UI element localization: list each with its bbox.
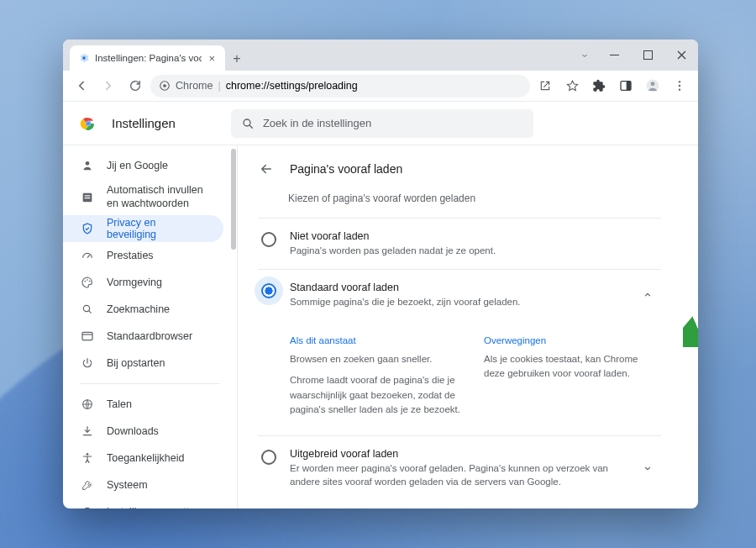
radio-button[interactable]: [261, 232, 276, 247]
new-tab-button[interactable]: +: [225, 47, 249, 71]
sidebar-label: Prestaties: [107, 250, 154, 261]
extensions-puzzle-icon[interactable]: [587, 74, 611, 97]
download-icon: [80, 424, 95, 438]
sidebar-item-performance[interactable]: Prestaties: [63, 242, 223, 269]
preload-option-none[interactable]: Niet vooraf laden Pagina's worden pas ge…: [258, 218, 661, 269]
option-desc: Er worden meer pagina's vooraf geladen. …: [290, 461, 624, 488]
back-button[interactable]: [70, 74, 93, 97]
page-title: Pagina's vooraf laden: [290, 162, 402, 176]
svg-rect-1: [610, 55, 619, 55]
preload-option-standard[interactable]: Standaard vooraf laden Sommige pagina's …: [258, 269, 661, 435]
sidebar-item-system[interactable]: Systeem: [63, 472, 223, 498]
annotation-arrow-icon: [683, 297, 698, 347]
svg-point-4: [163, 84, 166, 87]
sidebar-item-reset[interactable]: Instellingen resetten: [63, 498, 223, 508]
forward-button[interactable]: [97, 74, 120, 97]
option-desc: Pagina's worden pas geladen nadat je ze …: [290, 244, 658, 257]
settings-body: Jij en Google Automatisch invullen en wa…: [63, 145, 698, 508]
menu-dots-icon[interactable]: [668, 74, 691, 97]
svg-point-10: [679, 85, 680, 87]
detail-text: Chrome laadt vooraf de pagina's die je w…: [290, 373, 464, 417]
svg-rect-6: [627, 82, 631, 91]
sidebar-label: Systeem: [107, 479, 148, 491]
sidebar-item-search-engine[interactable]: Zoekmachine: [63, 296, 223, 323]
svg-line-27: [691, 302, 698, 339]
svg-point-9: [679, 81, 680, 82]
back-arrow-button[interactable]: [258, 161, 275, 177]
toolbar-icons: [533, 74, 691, 97]
reset-icon: [80, 505, 95, 508]
shield-icon: [80, 222, 95, 235]
titlebar: Instellingen: Pagina's vooraf lad… × +: [63, 40, 698, 71]
address-path: chrome://settings/preloading: [226, 80, 358, 92]
minimize-button[interactable]: [597, 43, 631, 68]
option-details: Als dit aanstaat Browsen en zoeken gaan …: [290, 335, 658, 424]
svg-rect-24: [82, 333, 92, 340]
address-bar: Chrome | chrome://settings/preloading: [63, 71, 698, 102]
svg-point-20: [85, 281, 87, 282]
detail-text: Als je cookies toestaat, kan Chrome deze…: [484, 352, 658, 382]
sidebar-item-languages[interactable]: Talen: [63, 391, 223, 418]
search-icon: [241, 117, 255, 130]
option-title: Uitgebreid vooraf laden: [290, 448, 624, 460]
sidebar-item-autofill[interactable]: Automatisch invullen en wachtwoorden: [63, 179, 223, 215]
sidebar-item-default-browser[interactable]: Standaardbrowser: [63, 323, 223, 350]
sidebar-label: Instellingen resetten: [107, 506, 201, 508]
svg-point-11: [679, 88, 680, 90]
profile-avatar-icon[interactable]: [641, 74, 664, 97]
autofill-icon: [80, 191, 95, 204]
sidebar-item-appearance[interactable]: Vormgeving: [63, 269, 223, 296]
settings-main: Pagina's vooraf laden Kiezen of pagina's…: [238, 145, 698, 508]
chrome-logo-icon: [80, 115, 97, 132]
svg-point-16: [86, 161, 90, 166]
close-tab-icon[interactable]: ×: [207, 52, 217, 65]
collapse-icon[interactable]: [638, 285, 658, 305]
sidebar-item-on-startup[interactable]: Bij opstarten: [63, 350, 223, 377]
detail-heading: Overwegingen: [484, 335, 658, 345]
share-icon[interactable]: [533, 74, 557, 97]
browser-tab[interactable]: Instellingen: Pagina's vooraf lad… ×: [70, 45, 225, 71]
sidebar-scrollbar[interactable]: [231, 149, 236, 250]
sidebar-item-accessibility[interactable]: Toegankelijkheid: [63, 445, 223, 472]
sidebar-item-privacy[interactable]: Privacy en beveiliging: [63, 215, 223, 242]
settings-search-input[interactable]: Zoek in de instellingen: [231, 109, 533, 138]
sidebar-item-downloads[interactable]: Downloads: [63, 418, 223, 445]
page-subtitle: Kiezen of pagina's vooraf worden geladen: [288, 192, 661, 204]
person-icon: [80, 159, 95, 172]
svg-rect-19: [85, 198, 91, 198]
address-field[interactable]: Chrome | chrome://settings/preloading: [150, 75, 530, 97]
side-panel-icon[interactable]: [614, 74, 638, 97]
radio-button[interactable]: [261, 283, 276, 298]
detail-text: Browsen en zoeken gaan sneller.: [290, 352, 464, 366]
radio-button[interactable]: [261, 450, 276, 465]
sidebar-label: Bij opstarten: [107, 357, 165, 369]
sidebar-item-you-and-google[interactable]: Jij en Google: [63, 152, 223, 179]
settings-title: Instellingen: [112, 116, 176, 130]
expand-icon[interactable]: [638, 458, 658, 478]
accessibility-icon: [80, 451, 95, 465]
svg-point-8: [651, 82, 655, 86]
option-title: Niet vooraf laden: [290, 230, 658, 242]
browser-icon: [80, 329, 95, 343]
chrome-scheme-icon: [159, 80, 171, 92]
bookmark-star-icon[interactable]: [560, 74, 584, 97]
palette-icon: [80, 276, 95, 289]
chrome-window: Instellingen: Pagina's vooraf lad… × + C…: [63, 40, 698, 508]
sidebar-label: Toegankelijkheid: [107, 452, 184, 464]
power-icon: [80, 356, 95, 370]
maximize-button[interactable]: [631, 43, 664, 68]
svg-rect-18: [85, 195, 91, 196]
preload-option-extended[interactable]: Uitgebreid vooraf laden Er worden meer p…: [258, 435, 661, 500]
speedometer-icon: [80, 249, 95, 262]
reload-button[interactable]: [123, 74, 147, 97]
gear-icon: [78, 52, 90, 64]
page-header: Pagina's vooraf laden: [258, 161, 661, 177]
svg-rect-2: [643, 51, 652, 60]
settings-sidebar: Jij en Google Automatisch invullen en wa…: [63, 145, 238, 508]
tab-dropdown-icon[interactable]: [572, 43, 597, 68]
window-controls: [572, 40, 698, 71]
close-window-button[interactable]: [664, 43, 698, 68]
sidebar-label: Standaardbrowser: [107, 330, 192, 342]
address-host: Chrome: [176, 80, 213, 92]
sidebar-label: Privacy en beveiliging: [107, 217, 207, 240]
